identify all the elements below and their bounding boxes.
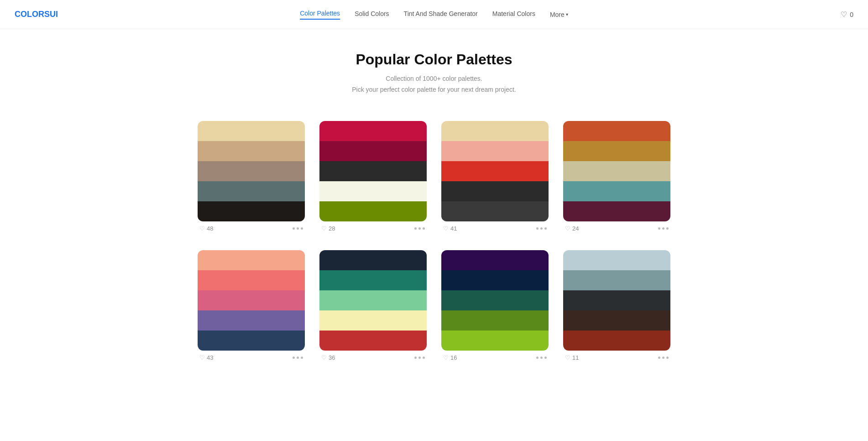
palette-options-8[interactable] xyxy=(658,357,669,359)
palette-swatches-6[interactable] xyxy=(319,250,427,351)
hero-subtitle2: Pick your perfect color palette for your… xyxy=(7,84,861,95)
swatch-8-1 xyxy=(563,270,670,290)
options-dot1 xyxy=(658,227,660,230)
nav-more-label: More xyxy=(550,11,565,18)
heart-icon: ♡ xyxy=(841,10,847,19)
swatch-4-3 xyxy=(563,181,670,201)
palette-likes-8[interactable]: ♡11 xyxy=(565,354,579,361)
palette-options-6[interactable] xyxy=(414,357,425,359)
swatch-2-2 xyxy=(319,161,427,181)
heart-icon: ♡ xyxy=(565,225,570,232)
swatch-4-1 xyxy=(563,141,670,161)
options-dot2 xyxy=(297,357,299,359)
options-dot3 xyxy=(301,227,303,230)
palette-meta-6: ♡36 xyxy=(319,351,427,361)
options-dot3 xyxy=(666,357,669,359)
palette-options-3[interactable] xyxy=(536,227,547,230)
options-dot2 xyxy=(418,357,421,359)
heart-icon: ♡ xyxy=(565,354,570,361)
palette-card-7: ♡16 xyxy=(441,250,549,361)
palette-likes-7[interactable]: ♡16 xyxy=(443,354,457,361)
swatch-6-1 xyxy=(319,270,427,290)
palette-card-5: ♡43 xyxy=(198,250,305,361)
swatch-5-0 xyxy=(198,250,305,270)
likes-count: 24 xyxy=(572,225,579,232)
nav-right: ♡ 0 xyxy=(841,10,853,19)
likes-count: 41 xyxy=(450,225,457,232)
palette-options-5[interactable] xyxy=(293,357,303,359)
nav-color-palettes[interactable]: Color Palettes xyxy=(300,10,340,20)
swatch-8-0 xyxy=(563,250,670,270)
palette-likes-4[interactable]: ♡24 xyxy=(565,225,579,232)
palette-options-1[interactable] xyxy=(293,227,303,230)
palette-swatches-7[interactable] xyxy=(441,250,549,351)
swatch-1-1 xyxy=(198,141,305,161)
options-dot3 xyxy=(301,357,303,359)
palette-swatches-4[interactable] xyxy=(563,121,670,221)
heart-icon: ♡ xyxy=(321,225,327,232)
options-dot1 xyxy=(536,357,539,359)
swatch-5-2 xyxy=(198,290,305,310)
swatch-6-0 xyxy=(319,250,427,270)
palette-likes-5[interactable]: ♡43 xyxy=(199,354,213,361)
options-dot3 xyxy=(544,357,547,359)
hero-section: Popular Color Palettes Collection of 100… xyxy=(0,29,868,106)
swatch-7-1 xyxy=(441,270,549,290)
likes-count: 48 xyxy=(207,225,213,232)
options-dot2 xyxy=(540,227,543,230)
swatch-6-3 xyxy=(319,310,427,331)
palette-card-4: ♡24 xyxy=(563,121,670,232)
palette-likes-2[interactable]: ♡28 xyxy=(321,225,335,232)
swatch-2-1 xyxy=(319,141,427,161)
palette-swatches-5[interactable] xyxy=(198,250,305,351)
palette-card-3: ♡41 xyxy=(441,121,549,232)
nav-tint-shade[interactable]: Tint And Shade Generator xyxy=(404,10,478,19)
swatch-1-0 xyxy=(198,121,305,141)
palette-likes-1[interactable]: ♡48 xyxy=(199,225,213,232)
logo-colors: COLORS xyxy=(15,10,50,19)
options-dot1 xyxy=(293,227,295,230)
swatch-2-4 xyxy=(319,201,427,221)
palette-likes-6[interactable]: ♡36 xyxy=(321,354,335,361)
swatch-5-1 xyxy=(198,270,305,290)
palette-swatches-3[interactable] xyxy=(441,121,549,221)
palette-meta-7: ♡16 xyxy=(441,351,549,361)
swatch-3-0 xyxy=(441,121,549,141)
logo-ui: UI xyxy=(50,10,58,19)
nav-more-dropdown[interactable]: More ▾ xyxy=(550,11,568,18)
swatch-1-2 xyxy=(198,161,305,181)
palette-swatches-8[interactable] xyxy=(563,250,670,351)
palette-meta-8: ♡11 xyxy=(563,351,670,361)
likes-count: 11 xyxy=(572,354,579,361)
likes-count: 16 xyxy=(450,354,457,361)
nav-solid-colors[interactable]: Solid Colors xyxy=(355,10,389,19)
favorites-count: 0 xyxy=(850,11,853,18)
swatch-5-3 xyxy=(198,310,305,331)
palette-options-2[interactable] xyxy=(414,227,425,230)
palette-likes-3[interactable]: ♡41 xyxy=(443,225,457,232)
nav-material-colors[interactable]: Material Colors xyxy=(492,10,535,19)
palette-card-8: ♡11 xyxy=(563,250,670,361)
palette-options-4[interactable] xyxy=(658,227,669,230)
logo[interactable]: COLORSUI xyxy=(15,10,58,19)
swatch-7-4 xyxy=(441,331,549,351)
swatch-8-3 xyxy=(563,310,670,331)
palette-swatches-2[interactable] xyxy=(319,121,427,221)
heart-icon: ♡ xyxy=(199,225,205,232)
palette-swatches-1[interactable] xyxy=(198,121,305,221)
options-dot3 xyxy=(666,227,669,230)
palettes-grid: ♡48 ♡28 ♡41 ♡24 ♡43 ♡36 ♡16 xyxy=(183,121,685,361)
options-dot1 xyxy=(658,357,660,359)
hero-subtitle1: Collection of 1000+ color palettes. xyxy=(7,74,861,84)
options-dot2 xyxy=(662,227,664,230)
palette-meta-3: ♡41 xyxy=(441,221,549,232)
options-dot2 xyxy=(418,227,421,230)
options-dot1 xyxy=(293,357,295,359)
likes-count: 28 xyxy=(329,225,335,232)
palette-options-7[interactable] xyxy=(536,357,547,359)
options-dot1 xyxy=(414,227,417,230)
swatch-7-2 xyxy=(441,290,549,310)
heart-icon: ♡ xyxy=(199,354,205,361)
heart-icon: ♡ xyxy=(443,354,449,361)
swatch-8-2 xyxy=(563,290,670,310)
